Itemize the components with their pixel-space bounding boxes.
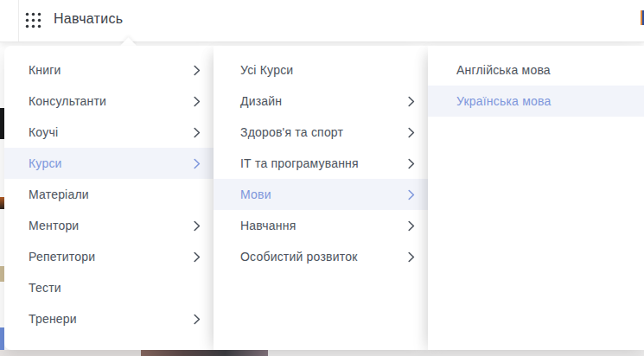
menu-item-label: Консультанти (29, 94, 106, 108)
menu-item-courses[interactable]: Курси (4, 148, 214, 179)
menu-item-ukrainian[interactable]: Українська мова (428, 86, 644, 117)
chevron-right-icon (408, 127, 415, 138)
chevron-right-icon (194, 96, 201, 107)
menu-item-books[interactable]: Книги (4, 54, 214, 86)
menu-item-label: Коучі (29, 125, 58, 139)
chevron-right-icon (408, 251, 415, 263)
top-navbar: Навчатись (0, 0, 644, 42)
logo-sliver-cutoff (641, 10, 644, 25)
menu-item-languages[interactable]: Мови (214, 179, 428, 210)
menu-item-label: Книги (29, 63, 61, 77)
page-fragment (0, 350, 141, 356)
chevron-right-icon (194, 314, 201, 325)
menu-item-tests[interactable]: Тести (4, 272, 214, 303)
header-divider (18, 0, 19, 41)
menu-item-coaches[interactable]: Коучі (4, 117, 214, 148)
menu-item-label: Ментори (29, 219, 79, 232)
chevron-right-icon (194, 127, 201, 138)
chevron-right-icon (408, 96, 415, 107)
menu-item-label: Особистий розвиток (240, 250, 357, 264)
dropdown-panel-categories: Книги Консультанти Коучі Курси Матеріали… (4, 46, 214, 350)
learning-platform-megamenu: Навчатись Книги Консультанти Коучі Курси… (0, 0, 644, 356)
menu-item-label: Тренери (29, 312, 77, 326)
menu-item-label: Тести (29, 281, 61, 295)
menu-item-label: Англійська мова (456, 63, 551, 77)
chevron-right-icon (194, 251, 201, 263)
menu-item-label: Курси (29, 156, 62, 170)
page-fragment (268, 350, 644, 356)
menu-item-health-sport[interactable]: Здоров'я та спорт (214, 117, 428, 148)
menu-item-english[interactable]: Англійська мова (428, 54, 644, 86)
chevron-right-icon (408, 189, 415, 200)
menu-item-design[interactable]: Дизайн (214, 86, 428, 117)
menu-item-it-programming[interactable]: ІТ та програмування (214, 148, 428, 179)
menu-trigger-learn[interactable]: Навчатись (54, 11, 123, 27)
apps-grid-icon[interactable] (25, 12, 41, 29)
dropdown-panel-course-topics: Усі Курси Дизайн Здоров'я та спорт ІТ та… (214, 46, 428, 350)
menu-item-label: Мови (240, 188, 271, 201)
menu-item-label: Матеріали (29, 188, 89, 201)
menu-item-tutors[interactable]: Репетитори (4, 241, 214, 272)
chevron-right-icon (194, 158, 201, 169)
menu-item-mentors[interactable]: Ментори (4, 210, 214, 241)
dropdown-panel-languages: Англійська мова Українська мова (428, 46, 644, 350)
menu-item-personal-development[interactable]: Особистий розвиток (214, 241, 428, 272)
menu-item-label: Навчання (240, 219, 296, 232)
menu-item-label: Українська мова (456, 94, 551, 108)
chevron-right-icon (194, 65, 201, 76)
menu-item-label: Дизайн (240, 94, 282, 108)
chevron-right-icon (408, 220, 415, 232)
menu-item-label: Репетитори (29, 250, 95, 264)
menu-item-education[interactable]: Навчання (214, 210, 428, 241)
menu-item-materials[interactable]: Матеріали (4, 179, 214, 210)
page-content-strip (0, 350, 644, 356)
menu-item-label: ІТ та програмування (240, 156, 359, 170)
menu-item-consultants[interactable]: Консультанти (4, 86, 214, 117)
chevron-right-icon (194, 220, 201, 232)
menu-item-label: Здоров'я та спорт (240, 125, 343, 139)
apps-grid-icon (25, 12, 41, 29)
chevron-right-icon (408, 158, 415, 169)
menu-item-trainers[interactable]: Тренери (4, 303, 214, 334)
page-photo-fragment (141, 350, 268, 356)
menu-item-label: Усі Курси (240, 63, 293, 77)
menu-item-all-courses[interactable]: Усі Курси (214, 54, 428, 86)
